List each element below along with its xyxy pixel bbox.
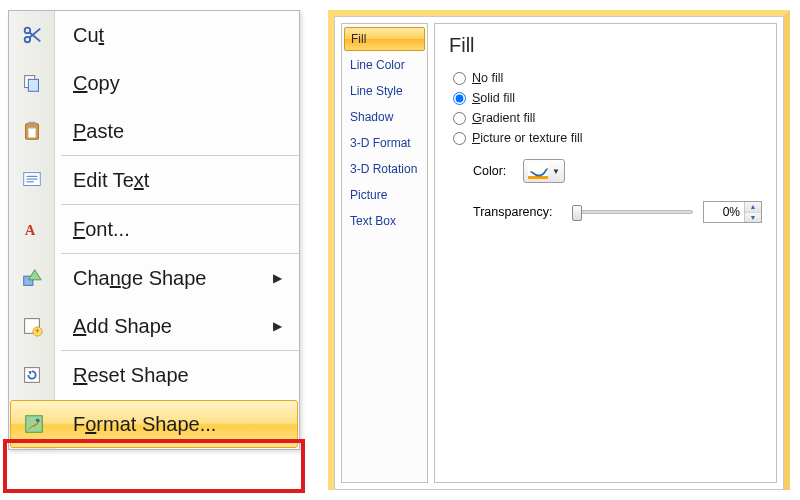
panel-title: Fill: [449, 34, 762, 57]
fill-option-gradient-fill[interactable]: Gradient fill: [453, 111, 762, 125]
menu-item-label: Paste: [55, 120, 273, 143]
menu-item-copy[interactable]: Copy: [9, 59, 299, 107]
radio-no-fill[interactable]: [453, 72, 466, 85]
menu-item-label: Add Shape: [55, 315, 273, 338]
shape-context-menu: CutCopyPasteEdit TextAFont...Change Shap…: [8, 10, 300, 450]
radio-solid-fill[interactable]: [453, 92, 466, 105]
transparency-label: Transparency:: [473, 205, 563, 219]
chevron-down-icon: ▼: [552, 167, 560, 176]
svg-text:A: A: [25, 222, 36, 238]
radio-picture-fill[interactable]: [453, 132, 466, 145]
paint-bucket-icon: [528, 163, 548, 179]
category-list: FillLine ColorLine StyleShadow3-D Format…: [341, 23, 428, 483]
add-shape-icon: +: [9, 315, 55, 337]
format-shape-dialog: FillLine ColorLine StyleShadow3-D Format…: [328, 10, 790, 490]
svg-rect-8: [28, 128, 35, 137]
svg-rect-21: [26, 416, 43, 433]
category-3-d-rotation[interactable]: 3-D Rotation: [342, 156, 427, 182]
edit-text-icon: [9, 169, 55, 191]
svg-rect-19: [25, 368, 40, 383]
menu-item-font[interactable]: AFont...: [9, 205, 299, 253]
fill-option-solid-fill[interactable]: Solid fill: [453, 91, 762, 105]
menu-item-label: Cut: [55, 24, 273, 47]
color-label: Color:: [473, 164, 513, 178]
submenu-arrow-icon: ▶: [273, 271, 299, 285]
svg-rect-5: [28, 79, 38, 91]
svg-marker-15: [28, 270, 41, 280]
fill-option-label: Solid fill: [472, 91, 515, 105]
slider-thumb[interactable]: [572, 205, 582, 221]
radio-gradient-fill[interactable]: [453, 112, 466, 125]
transparency-value-input[interactable]: [704, 202, 744, 222]
svg-text:+: +: [35, 327, 40, 336]
fill-panel: Fill No fillSolid fillGradient fillPictu…: [434, 23, 777, 483]
fill-color-picker[interactable]: ▼: [523, 159, 565, 183]
category-3-d-format[interactable]: 3-D Format: [342, 130, 427, 156]
format-shape-icon: [11, 413, 57, 435]
spinner-down[interactable]: ▼: [745, 213, 761, 223]
category-line-color[interactable]: Line Color: [342, 52, 427, 78]
category-line-style[interactable]: Line Style: [342, 78, 427, 104]
copy-icon: [9, 72, 55, 94]
submenu-arrow-icon: ▶: [273, 319, 299, 333]
menu-item-edit-text[interactable]: Edit Text: [9, 156, 299, 204]
fill-option-picture-fill[interactable]: Picture or texture fill: [453, 131, 762, 145]
menu-item-reset-shape[interactable]: Reset Shape: [9, 351, 299, 399]
fill-option-no-fill[interactable]: No fill: [453, 71, 762, 85]
category-shadow[interactable]: Shadow: [342, 104, 427, 130]
spinner-up[interactable]: ▲: [745, 202, 761, 213]
menu-item-label: Copy: [55, 72, 273, 95]
paste-icon: [9, 120, 55, 142]
transparency-slider[interactable]: [573, 210, 693, 214]
fill-option-label: Gradient fill: [472, 111, 535, 125]
menu-item-label: Edit Text: [55, 169, 273, 192]
font-icon: A: [9, 218, 55, 240]
fill-option-label: Picture or texture fill: [472, 131, 582, 145]
transparency-spinner[interactable]: ▲ ▼: [703, 201, 762, 223]
menu-item-label: Reset Shape: [55, 364, 273, 387]
fill-option-label: No fill: [472, 71, 503, 85]
category-text-box[interactable]: Text Box: [342, 208, 427, 234]
change-shape-icon: [9, 267, 55, 289]
menu-item-paste[interactable]: Paste: [9, 107, 299, 155]
menu-item-label: Change Shape: [55, 267, 273, 290]
menu-item-label: Font...: [55, 218, 273, 241]
category-picture[interactable]: Picture: [342, 182, 427, 208]
svg-point-22: [36, 419, 40, 423]
menu-item-cut[interactable]: Cut: [9, 11, 299, 59]
svg-rect-7: [28, 122, 35, 126]
menu-item-change-shape[interactable]: Change Shape▶: [9, 254, 299, 302]
menu-item-format-shape[interactable]: Format Shape...: [10, 400, 298, 448]
scissors-icon: [9, 24, 55, 46]
menu-item-label: Format Shape...: [57, 413, 271, 436]
reset-shape-icon: [9, 364, 55, 386]
menu-item-add-shape[interactable]: +Add Shape▶: [9, 302, 299, 350]
category-fill[interactable]: Fill: [344, 27, 425, 51]
